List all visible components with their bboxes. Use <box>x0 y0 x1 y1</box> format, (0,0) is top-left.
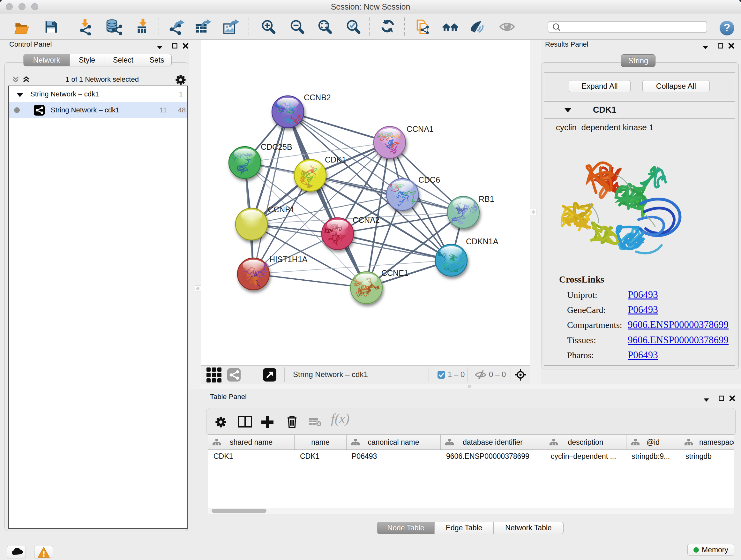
svg-text:CDK1: CDK1 <box>325 155 346 164</box>
svg-text:CCNA1: CCNA1 <box>407 125 434 133</box>
svg-text:CCNA2: CCNA2 <box>353 215 380 225</box>
svg-text:CDKN1A: CDKN1A <box>466 237 498 246</box>
svg-text:CCNB1: CCNB1 <box>268 205 295 214</box>
svg-text:HIST1H1A: HIST1H1A <box>269 255 308 264</box>
svg-text:CDC6: CDC6 <box>418 175 440 184</box>
svg-text:RB1: RB1 <box>479 194 494 203</box>
svg-text:CDC25B: CDC25B <box>261 142 292 151</box>
svg-text:CCNB2: CCNB2 <box>304 93 331 102</box>
svg-text:?: ? <box>724 21 731 34</box>
svg-text:CCNE1: CCNE1 <box>381 268 408 277</box>
